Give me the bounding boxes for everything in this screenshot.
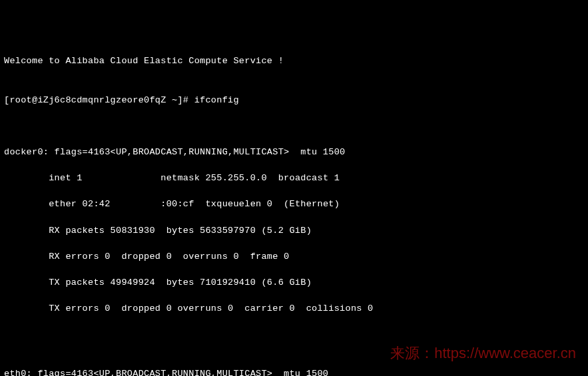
inet-text: inet 1 [4, 173, 83, 183]
iface-docker0-rx-packets: RX packets 50831930 bytes 5633597970 (5.… [4, 224, 584, 238]
iface-docker0-tx-errors: TX errors 0 dropped 0 overruns 0 carrier… [4, 302, 584, 315]
watermark: 来源：https://www.ceacer.cn [390, 343, 576, 364]
iface-docker0-rx-errors: RX errors 0 dropped 0 overruns 0 frame 0 [4, 250, 584, 264]
shell-prompt[interactable]: [root@iZj6c8cdmqnrlgzeore0fqZ ~]# ifconf… [4, 94, 584, 107]
iface-eth0-header: eth0: flags=4163<UP,BROADCAST,RUNNING,MU… [4, 367, 584, 376]
inet-text: netmask 255.255.0.0 broadcast 1 [144, 173, 340, 183]
ether-text: :00:cf txqueuelen 0 (Ethernet) [160, 199, 340, 209]
redacted-broadcast [340, 172, 418, 185]
ether-text: ether 02:42 [4, 199, 111, 209]
iface-docker0-tx-packets: TX packets 49949924 bytes 7101929410 (6.… [4, 276, 584, 289]
watermark-label: 来源： [390, 345, 434, 361]
iface-docker0-inet: inet 1 netmask 255.255.0.0 broadcast 1 [4, 172, 584, 185]
watermark-url: https://www.ceacer.cn [434, 345, 576, 361]
iface-docker0-ether: ether 02:42 :00:cf txqueuelen 0 (Etherne… [4, 198, 584, 211]
redacted-ip [83, 172, 144, 185]
iface-docker0-header: docker0: flags=4163<UP,BROADCAST,RUNNING… [4, 146, 584, 159]
welcome-banner: Welcome to Alibaba Cloud Elastic Compute… [4, 55, 584, 68]
redacted-mac [111, 198, 161, 211]
